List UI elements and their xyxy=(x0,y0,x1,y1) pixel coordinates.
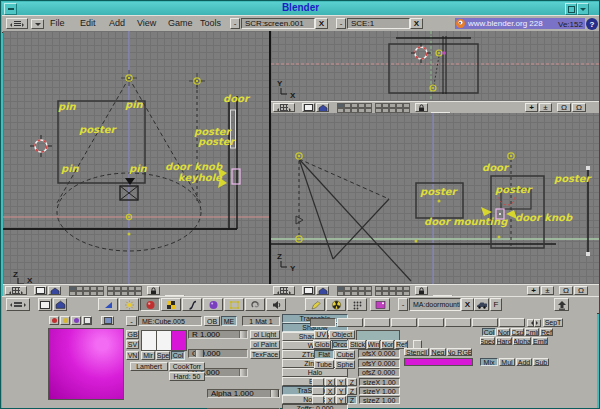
mapto-emit-button[interactable]: Emit xyxy=(532,337,548,345)
lock-layers-button[interactable] xyxy=(415,286,428,295)
spe-button[interactable]: Spe xyxy=(156,351,170,360)
mapy-3[interactable]: Y xyxy=(336,396,346,404)
radiosity-buttons-tab[interactable] xyxy=(326,298,346,311)
texture-color-swatch[interactable] xyxy=(404,358,473,366)
menu-edit[interactable]: Edit xyxy=(80,17,96,30)
menu-game[interactable]: Game xyxy=(168,17,193,30)
texture-slot-5[interactable] xyxy=(418,318,444,327)
map-blank-3[interactable] xyxy=(312,396,324,404)
mapy-2[interactable]: Y xyxy=(336,387,346,395)
viewport-type-button[interactable] xyxy=(273,103,295,112)
header-menu-toggle[interactable] xyxy=(31,19,44,29)
mapto-hard-button[interactable]: Hard xyxy=(496,337,512,345)
alpha-slider[interactable]: Alpha 1.000 xyxy=(207,389,280,398)
lock-layers-button[interactable] xyxy=(415,103,428,112)
texface-button[interactable]: TexFace xyxy=(250,350,280,359)
window-shade-button[interactable] xyxy=(577,3,589,15)
vcol-light-button[interactable]: ol Light xyxy=(250,330,280,339)
mapto-ref-button[interactable]: Ref xyxy=(540,328,553,336)
blend-mix-button[interactable]: Mix xyxy=(480,358,498,366)
sphere-map-button[interactable]: Sphe xyxy=(335,360,355,369)
material-delete-button[interactable]: X xyxy=(461,298,474,311)
material-buttons-tab[interactable] xyxy=(140,298,160,311)
view-buttons-tab[interactable] xyxy=(98,298,118,311)
plusminus-button[interactable]: ± xyxy=(541,286,554,295)
pack-data-button[interactable] xyxy=(554,298,569,311)
ob-link-button[interactable]: OB xyxy=(204,316,220,326)
screen-browse-button[interactable]: - xyxy=(230,18,240,29)
fullscreen-button[interactable] xyxy=(34,286,47,295)
spec-color-swatch[interactable] xyxy=(156,330,172,351)
win-button[interactable]: Win xyxy=(367,340,380,349)
me-link-button[interactable]: ME xyxy=(221,316,237,326)
layer-buttons[interactable] xyxy=(107,286,142,296)
mapz-1[interactable]: Z xyxy=(347,378,357,386)
menu-tools[interactable]: Tools xyxy=(200,17,221,30)
mapz-3[interactable]: Z xyxy=(347,396,357,404)
display-buttons-tab[interactable] xyxy=(347,298,367,311)
snap-button[interactable]: Ω xyxy=(557,103,571,112)
sizey-field[interactable]: sizeY 1.00 xyxy=(359,387,400,395)
stencil-button[interactable]: Stencil xyxy=(404,348,429,356)
texture-slot-3[interactable] xyxy=(364,318,390,327)
script-buttons-tab[interactable] xyxy=(305,298,325,311)
slot-next-button[interactable] xyxy=(534,319,541,327)
scene-name-field[interactable]: SCE:1 xyxy=(347,18,410,29)
snap-rotate-button[interactable]: Ω xyxy=(572,103,586,112)
home-view-button[interactable] xyxy=(53,298,67,311)
slot-prev-button[interactable] xyxy=(527,319,534,327)
glob-button[interactable]: Glob xyxy=(313,340,331,349)
nor-button[interactable]: Nor xyxy=(381,340,394,349)
layer-buttons[interactable] xyxy=(337,286,372,296)
help-button[interactable]: ? xyxy=(586,18,598,30)
tube-map-button[interactable]: Tube xyxy=(314,360,334,369)
screen-name-field[interactable]: SCR:screen.001 xyxy=(241,18,315,29)
texture-buttons-tab[interactable] xyxy=(161,298,181,311)
lamp-buttons-tab[interactable] xyxy=(119,298,139,311)
world-buttons-tab[interactable] xyxy=(203,298,223,311)
mapto-csp-button[interactable]: Csp xyxy=(511,328,524,336)
map-blank-1[interactable] xyxy=(312,378,324,386)
home-view-button[interactable] xyxy=(316,286,329,295)
layer-buttons[interactable] xyxy=(337,103,372,113)
window-type-button[interactable] xyxy=(6,18,28,29)
texture-slot-6[interactable] xyxy=(445,318,471,327)
blend-add-button[interactable]: Add xyxy=(516,358,532,366)
mapz-2[interactable]: Z xyxy=(347,387,357,395)
object-coords-button[interactable]: Object xyxy=(329,330,355,339)
uv-button[interactable]: UV xyxy=(314,330,328,339)
vn-button[interactable]: VN xyxy=(126,351,139,360)
color-g-slider[interactable]: G 0.000 xyxy=(188,349,248,358)
hsv-mode-button[interactable]: SV xyxy=(126,340,139,349)
mapto-col-button[interactable]: Col xyxy=(482,328,496,336)
viewport-top[interactable]: Y X xyxy=(271,31,599,101)
manipulator-button[interactable]: + xyxy=(527,286,540,295)
mapy-1[interactable]: Y xyxy=(336,378,346,386)
layer-buttons[interactable] xyxy=(69,286,104,296)
menu-view[interactable]: View xyxy=(137,17,156,30)
texture-slot-2[interactable] xyxy=(337,318,363,327)
mapx-1[interactable]: X xyxy=(325,378,335,386)
viewport-type-button[interactable] xyxy=(5,286,27,295)
texture-slot-4[interactable] xyxy=(391,318,417,327)
snap-button[interactable]: Ω xyxy=(559,286,573,295)
diffuse-color-swatch[interactable] xyxy=(171,330,187,351)
title-bar[interactable]: Blender xyxy=(2,2,599,16)
sizex-field[interactable]: sizeX 1.00 xyxy=(359,378,400,386)
image-buttons-tab[interactable] xyxy=(370,298,390,311)
ofsx-field[interactable]: ofsX 0.000 xyxy=(358,349,400,358)
mapto-spec-button[interactable]: Spec xyxy=(480,337,495,345)
edit-buttons-tab[interactable] xyxy=(224,298,244,311)
mapto-nor-button[interactable]: Nor xyxy=(497,328,510,336)
window-maximize-button[interactable] xyxy=(565,3,577,15)
window-minimize-button[interactable] xyxy=(4,3,17,15)
screen-delete-button[interactable]: X xyxy=(315,18,328,29)
scene-browse-button[interactable]: - xyxy=(336,18,346,29)
blend-sub-button[interactable]: Sub xyxy=(533,358,549,366)
preview-light-button[interactable] xyxy=(82,316,92,325)
material-browse-button[interactable]: - xyxy=(398,298,408,311)
fullscreen-button[interactable] xyxy=(302,286,315,295)
zoffs-field[interactable]: Zoffs: 0.000 xyxy=(282,404,348,409)
map-blank-2[interactable] xyxy=(312,387,324,395)
constraint-buttons-tab[interactable] xyxy=(245,298,265,311)
